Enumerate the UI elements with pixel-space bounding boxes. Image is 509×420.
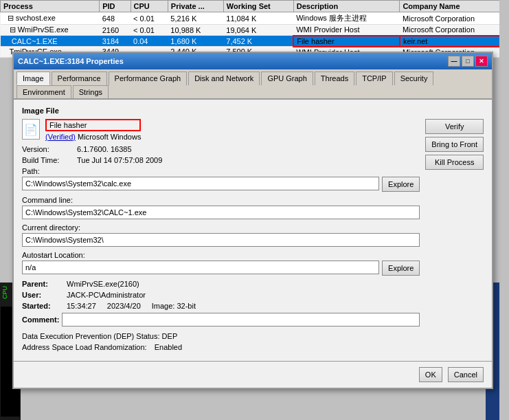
bring-to-front-button[interactable]: Bring to Front: [425, 137, 484, 152]
file-icon: 📄: [22, 119, 40, 140]
tab-gpu-graph[interactable]: GPU Graph: [261, 71, 313, 85]
version-row: Version: 6.1.7600. 16385: [22, 145, 420, 153]
process-list: Process PID CPU Private ... Working Set …: [0, 0, 509, 58]
version-value: 6.1.7600. 16385: [77, 145, 132, 153]
path-label: Path:: [22, 167, 420, 175]
parent-row: Parent: WmiPrvSE.exe(2160): [22, 280, 420, 288]
minimize-button[interactable]: —: [448, 56, 460, 67]
kill-process-button[interactable]: Kill Process: [425, 155, 484, 170]
process-table: Process PID CPU Private ... Working Set …: [0, 0, 509, 58]
main-area: 📄 File hasher (Verified) Microsoft Windo…: [22, 119, 484, 354]
bottom-bar: OK Cancel: [14, 361, 492, 388]
tab-security[interactable]: Security: [394, 71, 434, 85]
section-label: Image File: [22, 107, 484, 115]
title-buttons: — □ ✕: [448, 56, 488, 67]
aslr-value: Enabled: [155, 343, 182, 351]
cmdline-label: Command line:: [22, 196, 420, 204]
col-private: Private ...: [168, 1, 223, 12]
comment-input[interactable]: [62, 313, 420, 327]
col-cpu: CPU: [131, 1, 168, 12]
version-label: Version:: [22, 145, 77, 153]
col-company: Company Name: [400, 1, 508, 12]
table-row-highlighted[interactable]: CALC~1.EXE 3184 0.04 1,680 K 7,452 K Fil…: [1, 36, 509, 47]
path-input[interactable]: [22, 177, 379, 190]
parent-value: WmiPrvSE.exe(2160): [67, 280, 139, 288]
image-file-area: 📄 File hasher (Verified) Microsoft Windo…: [22, 119, 420, 141]
image-bit-label: Image: 32-bit: [152, 302, 196, 310]
tab-threads[interactable]: Threads: [315, 71, 354, 85]
verify-button[interactable]: Verify: [425, 119, 484, 134]
build-row: Build Time: Tue Jul 14 07:57:08 2009: [22, 156, 420, 164]
explore-autostart-button[interactable]: Explore: [382, 261, 420, 276]
build-label: Build Time:: [22, 156, 77, 164]
explore-path-button[interactable]: Explore: [382, 177, 420, 192]
started-label: Started:: [22, 302, 67, 310]
cpu-label: CPU: [0, 283, 10, 302]
build-value: Tue Jul 14 07:57:08 2009: [77, 156, 162, 164]
autostart-label: Autostart Location:: [22, 251, 420, 259]
file-hasher-label: File hasher: [45, 119, 141, 131]
properties-dialog: CALC~1.EXE:3184 Properties — □ ✕ Image P…: [12, 52, 493, 389]
table-row[interactable]: ⊟ WmiPrvSE.exe 2160 < 0.01 10,988 K 19,0…: [1, 25, 509, 36]
col-desc: Description: [293, 1, 400, 12]
left-content: 📄 File hasher (Verified) Microsoft Windo…: [22, 119, 420, 354]
file-info: File hasher (Verified) Microsoft Windows: [45, 119, 141, 141]
user-value: JACK-PC\Administrator: [67, 291, 146, 299]
maximize-button[interactable]: □: [462, 56, 474, 67]
tab-environment[interactable]: Environment: [16, 85, 71, 98]
aslr-row: Address Space Load Randomization: Enable…: [22, 343, 420, 351]
col-pid: PID: [100, 1, 131, 12]
autostart-row: Autostart Location: Explore: [22, 251, 420, 276]
dialog-title: CALC~1.EXE:3184 Properties: [18, 57, 124, 65]
verified-text: (Verified) Microsoft Windows: [45, 133, 141, 141]
right-buttons: Verify Bring to Front Kill Process: [425, 119, 484, 354]
started-date: 2023/4/20: [107, 302, 141, 310]
verified-company: Microsoft Windows: [78, 133, 141, 141]
close-button[interactable]: ✕: [475, 56, 488, 67]
path-row: Path: Explore: [22, 167, 420, 192]
cmdline-row: Command line:: [22, 196, 420, 219]
col-process: Process: [1, 1, 100, 12]
tab-image[interactable]: Image: [16, 71, 50, 85]
parent-label: Parent:: [22, 280, 67, 288]
ok-button[interactable]: OK: [419, 367, 442, 382]
comment-label: Comment:: [22, 316, 59, 324]
cmdline-input[interactable]: [22, 206, 420, 219]
right-side-bar: [499, 0, 509, 420]
curdir-row: Current directory:: [22, 223, 420, 247]
tab-tcpip[interactable]: TCP/IP: [356, 71, 392, 85]
autostart-input-row: Explore: [22, 261, 420, 276]
dep-row: Data Execution Prevention (DEP) Status: …: [22, 332, 420, 340]
path-input-row: Explore: [22, 177, 420, 192]
aslr-label: Address Space Load Randomization:: [22, 343, 147, 351]
started-row: Started: 15:34:27 2023/4/20 Image: 32-bi…: [22, 302, 420, 310]
dep-text: Data Execution Prevention (DEP) Status: …: [22, 332, 177, 340]
dialog-content: Image File 📄 File hasher (Verified) Micr…: [14, 100, 492, 361]
curdir-label: Current directory:: [22, 223, 420, 232]
verified-span: (Verified): [45, 133, 76, 141]
dialog-titlebar: CALC~1.EXE:3184 Properties — □ ✕: [14, 53, 492, 69]
tab-disk-network[interactable]: Disk and Network: [188, 71, 260, 85]
comment-row: Comment:: [22, 313, 420, 327]
curdir-input[interactable]: [22, 233, 420, 247]
tab-strings[interactable]: Strings: [73, 85, 109, 98]
col-working: Working Set: [223, 1, 293, 12]
cancel-button[interactable]: Cancel: [448, 367, 484, 382]
user-row: User: JACK-PC\Administrator: [22, 291, 420, 299]
tab-performance-graph[interactable]: Performance Graph: [109, 71, 188, 85]
table-row[interactable]: ⊟ svchost.exe 648 < 0.01 5,216 K 11,084 …: [1, 12, 509, 25]
tab-bar: Image Performance Performance Graph Disk…: [14, 69, 492, 100]
autostart-input[interactable]: [22, 261, 379, 274]
user-label: User:: [22, 291, 67, 299]
tab-performance[interactable]: Performance: [52, 71, 107, 85]
started-value: 15:34:27: [67, 302, 96, 310]
